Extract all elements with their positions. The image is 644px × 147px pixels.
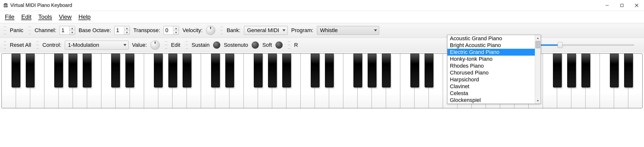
app-icon	[4, 3, 8, 7]
scroll-up-icon[interactable]: ▲	[535, 35, 541, 41]
soft-led[interactable]	[275, 41, 283, 49]
black-key[interactable]	[567, 54, 576, 87]
black-key[interactable]	[154, 54, 163, 87]
toolbar-handle[interactable]	[29, 26, 31, 34]
program-option[interactable]: Clavinet	[448, 83, 535, 90]
black-key[interactable]	[126, 54, 134, 87]
menu-edit[interactable]: Edit	[21, 13, 32, 20]
channel-input[interactable]	[60, 26, 69, 34]
scroll-track[interactable]	[535, 41, 541, 98]
black-key[interactable]	[268, 54, 277, 87]
black-key[interactable]	[368, 54, 376, 87]
toolbar-handle[interactable]	[221, 26, 222, 34]
toolbar-handle[interactable]	[4, 26, 6, 34]
program-option[interactable]: Acoustic Grand Piano	[448, 35, 535, 42]
control-combo[interactable]: 1-Modulation	[65, 41, 128, 49]
edit-button[interactable]: Edit	[171, 42, 180, 48]
black-key[interactable]	[624, 54, 633, 87]
toolbar-handle[interactable]	[186, 41, 188, 49]
black-key[interactable]	[424, 54, 434, 87]
base-octave-label: Base Octave:	[78, 27, 111, 33]
spinner-down-icon[interactable]: ▼	[173, 31, 179, 35]
menu-tools[interactable]: Tools	[38, 13, 52, 20]
black-key[interactable]	[254, 54, 262, 87]
menu-file[interactable]: File	[5, 13, 14, 20]
value-label: Value:	[132, 42, 147, 48]
black-key[interactable]	[610, 54, 619, 87]
transpose-label: Transpose:	[133, 27, 160, 33]
spinner-down-icon[interactable]: ▼	[70, 31, 75, 35]
slider-thumb[interactable]	[558, 42, 562, 48]
spinner-down-icon[interactable]: ▼	[124, 31, 130, 35]
svg-rect-1	[5, 6, 6, 7]
program-option[interactable]: Honky-tonk Piano	[448, 56, 535, 62]
base-octave-spinner[interactable]: ▲▼	[114, 26, 130, 35]
svg-rect-3	[6, 6, 7, 7]
sustain-label: Sustain	[192, 42, 210, 48]
program-option[interactable]: Chorused Piano	[448, 69, 535, 76]
scroll-down-icon[interactable]: ▼	[535, 98, 541, 104]
window-buttons	[600, 0, 644, 11]
velocity-knob[interactable]	[206, 26, 215, 35]
black-key[interactable]	[325, 54, 334, 87]
svg-rect-5	[621, 4, 624, 7]
program-option[interactable]: Bright Acoustic Piano	[448, 42, 535, 49]
scroll-thumb[interactable]	[536, 41, 540, 48]
black-key[interactable]	[382, 54, 391, 87]
bank-combo[interactable]: General MIDI	[244, 26, 288, 35]
black-key[interactable]	[282, 54, 291, 87]
black-key[interactable]	[68, 54, 77, 87]
toolbar-main: Panic Channel: ▲▼ Base Octave: ▲▼ Transp…	[0, 23, 644, 38]
menu-help[interactable]: Help	[78, 13, 90, 20]
toolbar-handle[interactable]	[165, 41, 167, 49]
program-option[interactable]: Harpsichord	[448, 76, 535, 83]
black-key[interactable]	[354, 54, 362, 87]
value-knob[interactable]	[150, 40, 160, 50]
transpose-spinner[interactable]: ▲▼	[164, 26, 179, 35]
black-key[interactable]	[582, 54, 590, 87]
program-option[interactable]: Glockenspiel	[448, 97, 535, 104]
velocity-label: Velocity:	[182, 27, 202, 33]
black-key[interactable]	[12, 54, 20, 87]
black-key[interactable]	[553, 54, 562, 87]
volume-slider[interactable]	[531, 42, 634, 48]
bank-label: Bank:	[226, 27, 240, 33]
black-key[interactable]	[54, 54, 63, 87]
minimize-button[interactable]	[600, 0, 614, 11]
base-octave-input[interactable]	[114, 26, 124, 34]
sustain-led[interactable]	[213, 41, 220, 49]
black-key[interactable]	[26, 54, 34, 87]
black-key[interactable]	[211, 54, 220, 87]
program-value: Whistle	[320, 27, 338, 33]
spinner-up-icon[interactable]: ▲	[124, 26, 130, 31]
black-key[interactable]	[311, 54, 320, 87]
black-key[interactable]	[182, 54, 192, 87]
channel-spinner[interactable]: ▲▼	[60, 26, 75, 35]
toolbar-handle[interactable]	[36, 41, 38, 49]
maximize-button[interactable]	[614, 0, 629, 11]
chevron-down-icon	[282, 29, 286, 31]
dropdown-scrollbar[interactable]: ▲ ▼	[535, 35, 541, 104]
program-label: Program:	[291, 27, 313, 33]
sostenuto-led[interactable]	[252, 41, 259, 49]
spinner-up-icon[interactable]: ▲	[173, 26, 179, 31]
program-option[interactable]: Rhodes Piano	[448, 62, 535, 69]
panic-button[interactable]: Panic	[10, 27, 23, 33]
black-key[interactable]	[168, 54, 177, 87]
black-key[interactable]	[410, 54, 419, 87]
program-option[interactable]: Electric Grand Piano	[448, 49, 535, 56]
black-key[interactable]	[225, 54, 234, 87]
black-key[interactable]	[83, 54, 92, 87]
close-button[interactable]	[629, 0, 644, 11]
control-label: Control:	[42, 42, 61, 48]
program-option[interactable]: Celesta	[448, 90, 535, 97]
toolbar-handle[interactable]	[288, 41, 290, 49]
black-key[interactable]	[111, 54, 120, 87]
program-combo[interactable]: Whistle	[317, 26, 379, 35]
sostenuto-label: Sostenuto	[224, 42, 248, 48]
transpose-input[interactable]	[164, 26, 173, 34]
toolbar-handle[interactable]	[4, 41, 6, 49]
menu-view[interactable]: View	[59, 13, 72, 20]
spinner-up-icon[interactable]: ▲	[70, 26, 75, 31]
reset-all-button[interactable]: Reset All	[10, 42, 31, 48]
